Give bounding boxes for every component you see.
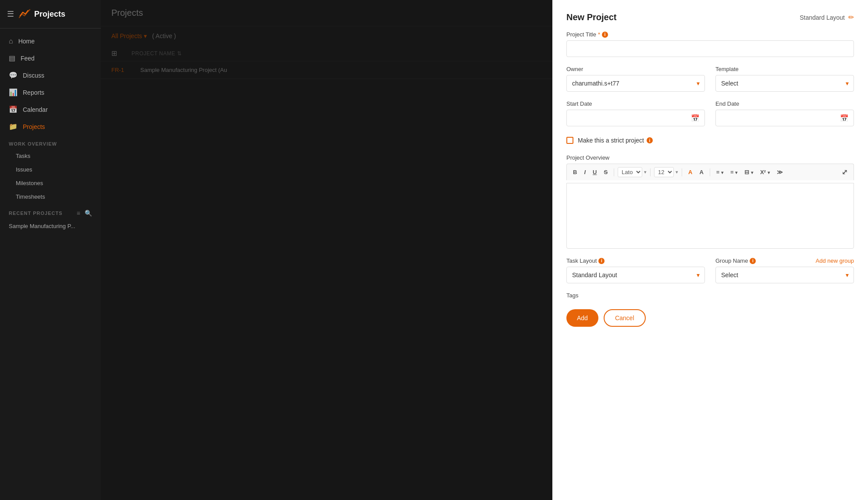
sidebar-item-tasks[interactable]: Tasks [0,149,101,163]
work-overview-label: WORK OVERVIEW [0,135,101,149]
sidebar-item-issues[interactable]: Issues [0,163,101,176]
sidebar-item-feed-label: Feed [21,55,35,62]
calendar-icon: 📅 [9,105,18,114]
task-layout-select-wrapper: Standard Layout ▾ [566,267,705,283]
group-name-label: Group Name i Add new group [715,257,854,264]
template-label: Template [715,66,854,72]
feed-icon: ▤ [9,54,15,62]
add-button[interactable]: Add [566,309,598,327]
project-overview-group: Project Overview B I U S Lato ▾ 12 ▾ A A [566,154,854,249]
font-family-chevron-icon: ▾ [644,169,647,175]
sidebar-item-feed[interactable]: ▤ Feed [0,50,101,67]
template-select-wrapper: Select ▾ [715,75,854,92]
reports-icon: 📊 [9,88,18,96]
template-select[interactable]: Select [715,75,854,92]
owner-select-wrapper: charumathi.s+t77 ▾ [566,75,705,92]
strict-project-info-icon[interactable]: i [647,137,653,143]
sidebar-item-home-label: Home [18,38,35,45]
add-new-group-button[interactable]: Add new group [816,257,854,264]
toolbar-sep-4 [710,168,710,176]
recent-icons: ≡ 🔍 [77,210,92,217]
sidebar-header: ☰ Projects [0,0,101,29]
start-date-group: Start Date 📅 [566,100,705,126]
editor-toolbar: B I U S Lato ▾ 12 ▾ A A ≡ ▾ ≡ ▾ [566,164,854,180]
tags-group: Tags [566,292,854,299]
main-content: Projects All Projects ▾ ( Active ) ⊞ PRO… [101,0,868,500]
start-date-label: Start Date [566,100,705,107]
sidebar-item-milestones[interactable]: Milestones [0,176,101,190]
task-layout-info-icon[interactable]: i [598,258,605,264]
sidebar-item-projects[interactable]: 📁 Projects [0,118,101,135]
group-name-select-wrapper: Select ▾ [715,267,854,283]
superscript-button[interactable]: X² ▾ [758,168,772,177]
recent-projects-header: RECENT PROJECTS ≡ 🔍 [0,204,101,219]
edit-layout-icon[interactable]: ✏ [848,13,854,21]
underline-button[interactable]: U [590,168,599,177]
end-date-label: End Date [715,100,854,107]
sidebar-item-reports-label: Reports [23,89,44,96]
sidebar-item-calendar[interactable]: 📅 Calendar [0,101,101,118]
font-family-select[interactable]: Lato [618,167,642,177]
group-name-group: Group Name i Add new group Select ▾ [715,257,854,283]
projects-icon: 📁 [9,122,18,131]
more-button[interactable]: ≫ [774,168,786,177]
panel-header: New Project Standard Layout ✏ [566,12,854,22]
project-title-label: Project Title* i [566,31,854,38]
panel-title: New Project [566,12,616,22]
project-title-info-icon[interactable]: i [602,32,608,38]
sidebar-item-timesheets[interactable]: Timesheets [0,190,101,204]
task-layout-group: Task Layout i Standard Layout ▾ [566,257,705,283]
toolbar-sep-2 [650,168,651,176]
task-layout-label: Task Layout i [566,257,705,264]
expand-editor-button[interactable]: ⤢ [839,167,850,178]
toolbar-sep-1 [614,168,614,176]
project-overview-label: Project Overview [566,154,854,161]
task-layout-select[interactable]: Standard Layout [566,267,705,283]
end-date-input[interactable] [715,110,854,126]
owner-select[interactable]: charumathi.s+t77 [566,75,705,92]
cancel-button[interactable]: Cancel [604,309,646,327]
sidebar-item-home[interactable]: ⌂ Home [0,33,101,50]
sidebar: ☰ Projects ⌂ Home ▤ Feed 💬 Discuss 📊 Rep… [0,0,101,500]
list-button[interactable]: ≡ ▾ [728,168,740,177]
menu-icon[interactable]: ☰ [7,9,14,19]
template-group: Template Select ▾ [715,66,854,92]
start-date-wrapper: 📅 [566,110,705,126]
logo-icon [18,8,31,20]
sidebar-item-reports[interactable]: 📊 Reports [0,84,101,101]
owner-group: Owner charumathi.s+t77 ▾ [566,66,705,92]
sidebar-item-discuss-label: Discuss [23,72,44,79]
font-color-button[interactable]: A [686,168,695,177]
sidebar-item-projects-label: Projects [23,123,45,130]
start-date-input[interactable] [566,110,705,126]
project-title-input[interactable] [566,40,854,57]
form-actions: Add Cancel [566,307,854,327]
strikethrough-button[interactable]: S [601,168,610,177]
bold-button[interactable]: B [570,168,580,177]
layout-label: Standard Layout [800,14,845,21]
owner-template-row: Owner charumathi.s+t77 ▾ Template Select… [566,66,854,92]
project-overview-editor[interactable] [566,183,854,249]
strict-project-checkbox[interactable] [566,137,573,144]
italic-button[interactable]: I [581,168,588,177]
toolbar-sep-3 [682,168,682,176]
highlight-button[interactable]: A [697,168,706,177]
sidebar-item-discuss[interactable]: 💬 Discuss [0,67,101,84]
align-button[interactable]: ≡ ▾ [714,168,726,177]
discuss-icon: 💬 [9,71,18,79]
new-project-panel: New Project Standard Layout ✏ Project Ti… [552,0,868,500]
list-icon[interactable]: ≡ [77,210,80,217]
recent-project-item[interactable]: Sample Manufacturing P... [0,219,101,233]
end-date-group: End Date 📅 [715,100,854,126]
sidebar-nav: ⌂ Home ▤ Feed 💬 Discuss 📊 Reports 📅 Cale… [0,29,101,500]
font-size-select[interactable]: 12 [654,167,674,177]
panel-layout-info: Standard Layout ✏ [800,13,854,21]
group-name-info-icon[interactable]: i [750,258,756,264]
group-name-select[interactable]: Select [715,267,854,283]
strict-project-label: Make this a strict project i [578,137,653,144]
search-icon[interactable]: 🔍 [85,210,92,217]
recent-projects-label: RECENT PROJECTS [9,211,63,216]
app-title: Projects [34,10,65,19]
home-icon: ⌂ [9,37,13,45]
indent-button[interactable]: ⊟ ▾ [742,168,756,177]
